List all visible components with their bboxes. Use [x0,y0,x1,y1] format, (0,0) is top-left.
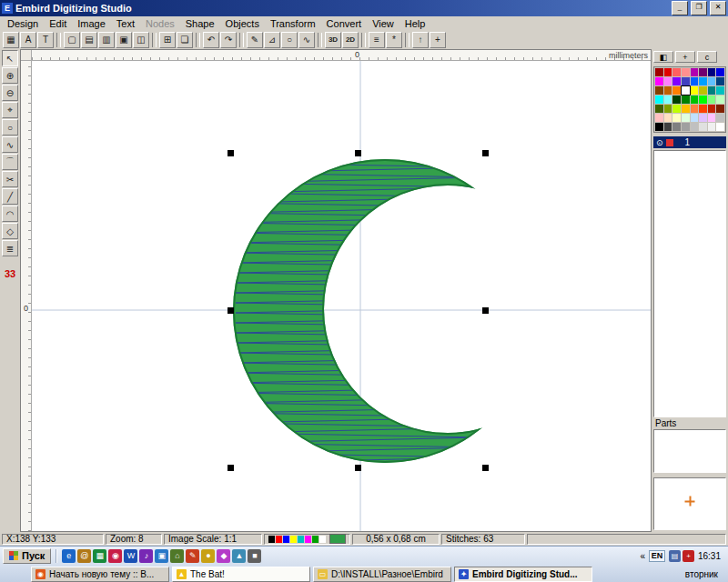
app-window-icon[interactable]: ▣ [155,549,168,563]
palette-swatch[interactable] [691,95,699,104]
task-forum[interactable]: ◉ Начать новую тему :: В... [31,567,169,582]
triangle-tool-button[interactable]: ⊿ [264,32,280,48]
dot-app-icon[interactable]: ● [201,549,215,563]
status-swatch[interactable] [283,536,289,543]
preview-pane[interactable] [653,477,726,530]
palette-swatch[interactable] [708,105,716,113]
palette-swatch[interactable] [716,77,724,85]
palette-swatch[interactable] [691,68,699,76]
palette-swatch[interactable] [672,105,681,113]
knife-tool[interactable]: ✂ [2,171,18,187]
minimize-button[interactable]: _ [672,1,688,15]
move-up-button[interactable]: ↑ [412,32,429,48]
menu-item[interactable]: Edit [44,16,72,30]
palette-swatch[interactable] [708,68,716,76]
mail-icon[interactable]: @ [77,549,91,563]
status-swatch[interactable] [319,536,326,543]
palette-swatch[interactable] [664,123,672,131]
palette-swatch[interactable] [664,105,672,113]
new-design-button[interactable]: ▢ [64,32,80,48]
undo-button[interactable]: ↶ [203,32,219,48]
palette-swatch[interactable] [672,95,681,104]
media-icon[interactable]: ◉ [108,549,122,563]
stitch-list-button[interactable]: ≡ [369,32,385,48]
palette-swatch[interactable] [699,105,707,113]
palette-swatch[interactable] [655,105,663,113]
lettering-t-button[interactable]: T [37,32,54,48]
image-mode-button[interactable]: ▦ [3,32,19,48]
palette-swatch[interactable] [682,123,690,131]
palette-swatch[interactable] [655,86,663,95]
zoom-in-tool[interactable]: ⊕ [2,67,18,84]
palette-swatch[interactable] [682,86,690,95]
palette-swatch[interactable] [699,95,707,104]
status-swatch[interactable] [298,536,304,543]
status-swatch[interactable] [290,536,297,543]
toolbar-button[interactable] [405,33,410,47]
arc-tool[interactable]: ◠ [2,206,18,222]
task-explorer[interactable]: ▭ D:\INSTALL\Разное\Embird [313,567,451,582]
antivirus-tray-icon[interactable]: + [682,550,694,562]
desktop-icon[interactable]: ▦ [93,549,106,563]
palette-swatch[interactable] [716,114,724,122]
line-tool[interactable]: ╱ [2,188,18,205]
close-button[interactable]: ✕ [710,1,726,15]
pan-tool[interactable]: ⌖ [2,102,18,118]
palette-swatch[interactable] [716,105,724,113]
menu-item[interactable]: Design [2,16,44,30]
layer-visibility-icon[interactable]: ⊙ [656,138,663,147]
palette-swatch[interactable] [655,68,663,76]
status-swatch[interactable] [312,536,318,543]
toolbar-button[interactable] [152,33,157,47]
palette-swatch[interactable] [699,123,707,131]
palette-swatch[interactable] [682,68,690,76]
zoom-out-tool[interactable]: ⊖ [2,85,18,101]
palette-swatch[interactable] [682,95,690,104]
palette-swatch[interactable] [708,77,716,85]
selection-handle[interactable] [482,150,489,156]
palette-swatch[interactable] [682,105,690,113]
status-swatch[interactable] [276,536,282,543]
redo-button[interactable]: ↷ [220,32,237,48]
palette-swatch[interactable] [655,77,663,85]
design-canvas[interactable] [32,61,651,531]
color-mode-button[interactable]: c [697,51,717,63]
objects-list[interactable] [653,150,726,417]
toolbar-button[interactable] [56,33,61,47]
lettering-a-button[interactable]: A [20,32,36,48]
selection-handle[interactable] [482,307,489,314]
ellipse-select-tool[interactable]: ○ [2,119,18,135]
palette-swatch[interactable] [655,114,663,122]
save-button[interactable]: ▣ [116,32,132,48]
parameters-button[interactable]: * [386,32,402,48]
shape-tool[interactable]: ◇ [2,223,18,239]
open-image-button[interactable]: ▥ [98,32,115,48]
bezier-tool[interactable]: ⌒ [2,154,18,170]
menu-item[interactable]: View [367,16,399,30]
palette-swatch[interactable] [664,95,672,104]
menu-item[interactable]: Text [111,16,140,30]
copy-button[interactable]: ❏ [177,32,193,48]
menu-item[interactable]: Shape [180,16,220,30]
toolbar-button[interactable] [239,33,244,47]
palette-swatch[interactable] [672,123,681,131]
palette-swatch[interactable] [691,114,699,122]
palette-swatch[interactable] [682,114,690,122]
palette-swatch[interactable] [691,86,699,95]
palette-swatch[interactable] [691,123,699,131]
palette-swatch[interactable] [664,77,672,85]
freehand-tool[interactable]: ∿ [2,136,18,153]
menu-item[interactable]: Convert [321,16,368,30]
palette-swatch[interactable] [716,86,724,95]
palette-swatch[interactable] [672,114,681,122]
toolbar-button[interactable] [196,33,200,47]
palette-swatch[interactable] [699,114,707,122]
add-point-button[interactable]: + [430,32,446,48]
triangle-app-icon[interactable]: ▲ [232,549,246,563]
print-button[interactable]: ⊞ [159,32,176,48]
open-design-button[interactable]: ▤ [81,32,97,48]
palette-swatch[interactable] [708,86,716,95]
tray-chevron-icon[interactable]: « [640,551,645,561]
square-app-icon[interactable]: ■ [248,549,261,563]
palette-swatch[interactable] [699,68,707,76]
